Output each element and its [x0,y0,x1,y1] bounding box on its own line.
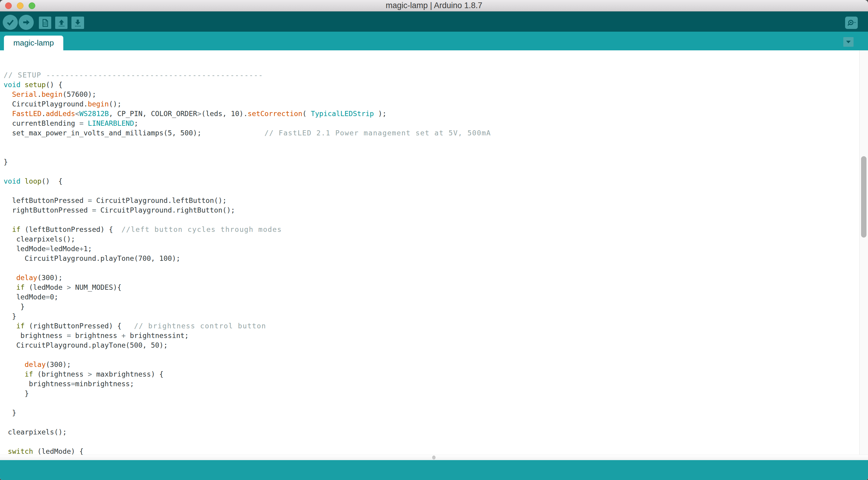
save-button[interactable] [71,17,84,29]
code-line: leftButtonPressed = CircuitPlayground.le… [4,196,859,205]
code-token: currentBlending [4,119,79,127]
check-icon [6,18,15,27]
code-token: FastLED [12,110,41,118]
editor-area: // SETUP -------------------------------… [0,50,868,455]
code-line: clearpixels(); [4,234,859,244]
code-token: 0; [50,293,59,301]
code-token: delay [16,273,37,281]
code-token: () { [46,81,63,89]
code-token [21,177,25,185]
code-token: void [4,81,21,89]
upload-button[interactable] [19,15,34,30]
code-token: if [25,370,33,378]
code-token: clearpixels(); [4,235,75,243]
code-token: WS2812B [79,110,109,118]
code-line: } [4,302,859,311]
code-token: leftButtonPressed [4,196,88,204]
code-token: void [4,177,21,185]
code-token: + [79,244,84,253]
code-token: (); [109,100,121,108]
code-line: brightness = brightness + brightnessint; [4,331,859,340]
verify-button[interactable] [3,15,18,30]
chevron-down-icon [845,39,851,44]
tab-label: magic-lamp [13,38,54,47]
code-token: TypicalLEDStrip [311,110,374,118]
code-line: } [4,389,859,398]
code-line: if (rightButtonPressed) { // brightness … [4,321,859,331]
code-token: rightButtonPressed [4,206,92,214]
scrollbar-grip-icon[interactable] [432,456,435,459]
code-token: //left button cycles through modes [121,225,282,233]
status-bar [0,460,868,480]
code-token: } [4,389,29,397]
code-token: begin [88,100,109,108]
vertical-scrollbar[interactable] [859,50,868,455]
document-icon [41,19,50,27]
serial-monitor-button[interactable] [845,17,858,29]
horizontal-scrollbar[interactable] [0,455,868,460]
magnifier-icon [846,19,856,27]
code-token: = [88,196,92,204]
code-line [4,350,859,360]
tab-menu-button[interactable] [843,37,854,47]
code-line: clearpixels(); [4,427,859,437]
vertical-scrollbar-thumb[interactable] [861,156,867,238]
code-line: if (leftButtonPressed) { //left button c… [4,224,859,234]
code-token: // SETUP -------------------------------… [4,71,263,79]
code-token: CircuitPlayground.playTone(500, 50); [4,341,167,349]
code-token: > [197,110,201,118]
title-bar: magic-lamp | Arduino 1.8.7 [0,0,868,11]
code-token: Serial [12,90,37,98]
code-line: void setup() { [4,80,859,90]
toolbar [0,11,868,32]
code-token: // brightness control button [134,322,266,330]
code-line [4,398,859,408]
code-token [4,225,12,233]
code-token: switch [8,447,33,455]
code-token: brightness [71,331,121,339]
code-token: (leds, 10). [201,110,248,118]
code-token: ledMode [50,244,80,253]
code-line: Serial.begin(57600); [4,90,859,99]
code-token: 1; [84,244,92,253]
code-line: ledMode=ledMode+1; [4,244,859,253]
code-token: // FastLED 2.1 Power management set at 5… [265,129,491,137]
code-line [4,138,859,147]
code-token: } [4,312,16,320]
code-token: = [71,380,75,388]
arrow-right-icon [22,18,31,27]
code-token: minbrightness; [75,380,134,388]
code-token: } [4,158,8,166]
code-token [4,360,25,368]
code-token: = [46,293,50,301]
code-line: currentBlending = LINEARBLEND; [4,119,859,128]
code-line: FastLED.addLeds<WS2812B, CP_PIN, COLOR_O… [4,109,859,119]
code-token: CircuitPlayground.leftButton(); [92,196,227,204]
code-line: if (ledMode > NUM_MODES){ [4,282,859,292]
code-token: ledMode [4,244,46,253]
window-title: magic-lamp | Arduino 1.8.7 [0,0,868,11]
code-token: CircuitPlayground. [4,100,88,108]
open-button[interactable] [55,17,67,29]
code-token: CircuitPlayground.playTone(700, 100); [4,254,180,262]
code-line [4,215,859,224]
code-token: = [92,206,96,214]
code-line: rightButtonPressed = CircuitPlayground.r… [4,205,859,215]
arduino-ide-window: magic-lamp | Arduino 1.8.7 [0,0,868,480]
code-token: ; [134,119,138,127]
code-token [4,283,16,291]
code-line: brightness=minbrightness; [4,379,859,389]
new-sketch-button[interactable] [39,17,51,29]
code-token: brightnessint; [126,331,189,339]
code-editor[interactable]: // SETUP -------------------------------… [0,50,859,455]
tab-magic-lamp[interactable]: magic-lamp [4,36,63,50]
code-token: (300); [37,273,63,281]
arrow-down-icon [73,19,82,27]
code-line: switch (ledMode) { [4,447,859,455]
code-line [4,437,859,447]
code-token: ledMode [4,293,46,301]
code-token: = [79,119,84,127]
code-token: } [4,409,16,417]
code-line: ledMode=0; [4,292,859,302]
code-token: setCorrection [248,110,302,118]
